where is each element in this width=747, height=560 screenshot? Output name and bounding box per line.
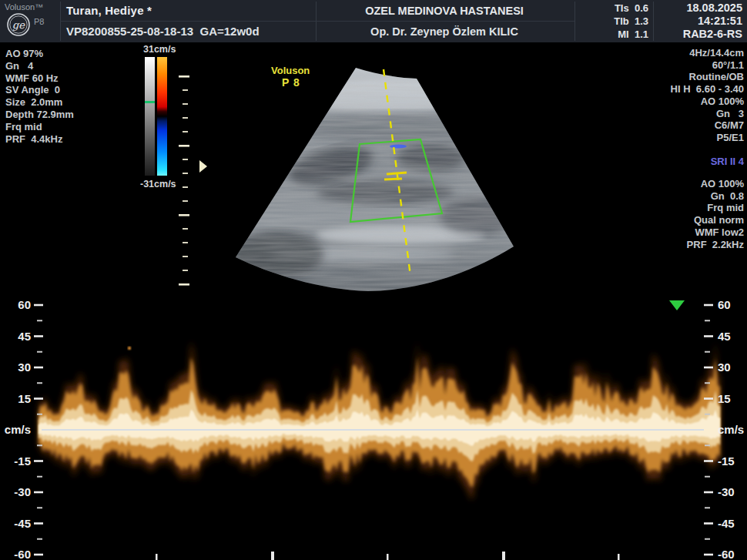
parameter-line: Frq mid bbox=[5, 121, 74, 133]
parameter-line: Routine/OB bbox=[671, 71, 744, 83]
parameter-line: P5/E1 bbox=[671, 132, 744, 144]
velocity-tick-label: -15 bbox=[718, 455, 747, 467]
header-divider bbox=[653, 2, 654, 41]
sweep-position-marker bbox=[669, 300, 685, 310]
parameter-line: C6/M7 bbox=[671, 119, 744, 132]
exam-time: 14:21:51 bbox=[656, 15, 742, 28]
parameter-line: Frq mid bbox=[687, 202, 744, 214]
probe-name: RAB2-6-RS bbox=[656, 28, 742, 41]
watermark-model: P 8 bbox=[282, 76, 300, 89]
parameter-line: PRF 2.2kHz bbox=[687, 239, 744, 251]
b-mode-image bbox=[208, 42, 562, 300]
parameter-line: WMF low2 bbox=[687, 226, 744, 239]
parameter-line: Qual norm bbox=[687, 214, 744, 226]
svg-text:ge: ge bbox=[12, 19, 25, 31]
b-mode-parameter-panel: 4Hz/14.4cm60°/1.1Routine/OBHI H 6.60 - 3… bbox=[671, 47, 744, 144]
operator-name: Op. Dr. Zeynep Özlem KILIC bbox=[317, 25, 571, 38]
velocity-unit-label: cm/s bbox=[0, 424, 31, 435]
velocity-tick-label: -15 bbox=[0, 455, 31, 467]
parameter-line: Depth 72.9mm bbox=[5, 109, 74, 121]
grayscale-bar bbox=[145, 57, 155, 176]
color-flow-flash bbox=[390, 145, 407, 149]
watermark-brand: Voluson bbox=[271, 65, 310, 76]
patient-exam-id: VP8200855-25-08-18-13 GA=12w0d bbox=[66, 25, 260, 38]
header-bar: Voluson™ ge P8 Turan, Hediye * VP8200855… bbox=[0, 0, 747, 42]
velocity-tick-label: 15 bbox=[718, 393, 747, 404]
velocity-tick-label: -60 bbox=[0, 548, 31, 560]
brand-model: P8 bbox=[34, 17, 44, 26]
spectral-baseline bbox=[42, 429, 704, 431]
safety-index-value: MI 1.1 bbox=[578, 28, 648, 41]
parameter-line: Size 2.0mm bbox=[5, 96, 74, 109]
velocity-tick-label: 45 bbox=[0, 330, 31, 342]
pw-parameter-panel: AO 100%Gn 0.8Frq midQual normWMF low2PRF… bbox=[687, 178, 744, 250]
ge-logo-icon: ge bbox=[6, 12, 31, 37]
parameter-line: SV Angle 0 bbox=[5, 84, 74, 96]
grayscale-marker bbox=[145, 101, 155, 103]
facility-name: OZEL MEDINOVA HASTANESI bbox=[317, 5, 571, 17]
parameter-line: 4Hz/14.4cm bbox=[671, 47, 744, 59]
spectral-doppler-display bbox=[0, 297, 747, 560]
parameter-line: 60°/1.1 bbox=[671, 59, 744, 72]
sri-setting: SRI II 4 bbox=[711, 156, 744, 167]
parameter-line: AO 100% bbox=[687, 178, 744, 190]
safety-index-value: TIs 0.6 bbox=[578, 2, 648, 15]
datetime-block: 18.08.2025 14:21:51 RAB2-6-RS bbox=[656, 2, 742, 41]
parameter-line: AO 100% bbox=[671, 96, 744, 108]
parameter-line: WMF 60 Hz bbox=[5, 72, 74, 85]
velocity-tick-label: -30 bbox=[0, 486, 31, 498]
velocity-tick-label: 60 bbox=[0, 299, 31, 310]
doppler-parameter-panel: AO 97%Gn 4WMF 60 HzSV Angle 0Size 2.0mmD… bbox=[5, 48, 74, 145]
velocity-unit-label: cm/s bbox=[718, 424, 747, 435]
color-scale-min-label: -31cm/s bbox=[140, 179, 176, 189]
patient-name: Turan, Hediye * bbox=[66, 4, 152, 17]
velocity-tick-label: 15 bbox=[0, 393, 31, 404]
velocity-tick-label: 60 bbox=[718, 299, 747, 310]
parameter-line: Gn 3 bbox=[671, 108, 744, 120]
header-divider bbox=[574, 2, 575, 41]
time-axis-ticks bbox=[156, 552, 620, 560]
parameter-line: Gn 4 bbox=[5, 60, 74, 72]
safety-indices: TIs 0.6TIb 1.3MI 1.1 bbox=[578, 2, 648, 41]
color-scale-max-label: 31cm/s bbox=[143, 44, 176, 55]
spectral-speck bbox=[128, 347, 131, 350]
spectral-waveform bbox=[39, 340, 720, 499]
parameter-line: Gn 0.8 bbox=[687, 190, 744, 203]
header-divider bbox=[60, 21, 574, 22]
parameter-line: HI H 6.60 - 3.40 bbox=[671, 83, 744, 96]
color-doppler-bar bbox=[157, 57, 167, 176]
velocity-tick-label: -45 bbox=[718, 518, 747, 529]
parameter-line: AO 97% bbox=[5, 48, 74, 60]
parameter-line: PRF 4.4kHz bbox=[5, 133, 74, 146]
velocity-tick-label: -45 bbox=[0, 518, 31, 529]
velocity-tick-label: -60 bbox=[718, 548, 747, 560]
safety-index-value: TIb 1.3 bbox=[578, 15, 648, 28]
exam-date: 18.08.2025 bbox=[656, 2, 742, 15]
velocity-tick-label: -30 bbox=[718, 486, 747, 498]
velocity-tick-label: 45 bbox=[718, 330, 747, 342]
ultrasound-screen: { "header": { "brand": {"name": "Voluson… bbox=[0, 0, 747, 560]
brand-name: Voluson™ bbox=[5, 2, 43, 12]
velocity-tick-label: 30 bbox=[0, 361, 31, 373]
velocity-tick-label: 30 bbox=[718, 361, 747, 373]
